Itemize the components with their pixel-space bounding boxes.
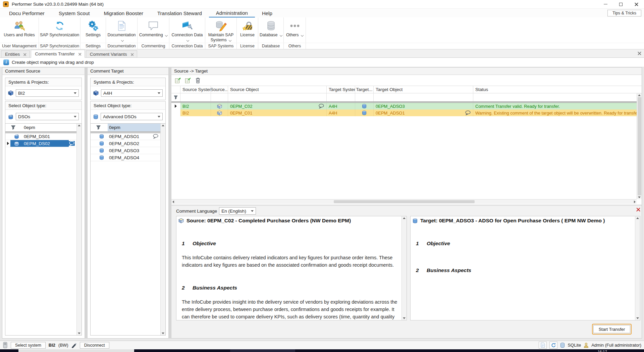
grid-vertical-scrollbar[interactable] bbox=[637, 93, 642, 199]
ribbon-users-roles[interactable]: Users and Roles bbox=[0, 17, 39, 43]
col-source-object[interactable]: Source Object bbox=[228, 86, 327, 93]
menu-help[interactable]: Help bbox=[255, 9, 279, 17]
source-system-combo[interactable]: BI2 bbox=[16, 89, 79, 97]
scroll-down-icon[interactable] bbox=[78, 333, 80, 334]
ribbon-others[interactable]: Others bbox=[284, 17, 306, 43]
tab-entities[interactable]: Entities bbox=[1, 50, 30, 57]
connected-system-type: (BW) bbox=[58, 343, 68, 348]
comment-target-header: Comment Target bbox=[88, 68, 168, 75]
ribbon-license[interactable]: License bbox=[237, 17, 258, 43]
scroll-up-icon[interactable] bbox=[636, 217, 639, 219]
tips-tricks-button[interactable]: Tips & Tricks bbox=[607, 10, 641, 16]
scroll-up-icon[interactable] bbox=[638, 94, 641, 96]
mapping-toolbar bbox=[171, 75, 642, 86]
tabstrip-close-icon[interactable] bbox=[638, 51, 641, 55]
source-filter-value[interactable]: 0epm bbox=[22, 124, 82, 131]
col-target-object[interactable]: Target Object bbox=[374, 86, 473, 93]
export-mapping-button[interactable] bbox=[174, 77, 181, 84]
maximize-button[interactable] bbox=[613, 0, 629, 8]
scroll-left-icon[interactable] bbox=[172, 201, 174, 203]
tab-close-icon[interactable] bbox=[23, 53, 25, 55]
import-mapping-button[interactable] bbox=[184, 77, 191, 84]
menu-system-scout[interactable]: System Scout bbox=[52, 9, 97, 17]
close-preview-icon[interactable] bbox=[636, 207, 640, 212]
ribbon-database[interactable]: Database bbox=[258, 17, 283, 43]
group-settings: Settings bbox=[80, 43, 106, 49]
col-source-system[interactable]: Source System bbox=[180, 86, 211, 93]
col-source-type[interactable]: Source... bbox=[211, 86, 228, 93]
ribbon-settings[interactable]: Settings bbox=[80, 17, 106, 43]
target-comment-document[interactable]: 1 Objective 2 Business Aspects bbox=[411, 240, 640, 273]
adso-icon bbox=[99, 155, 104, 160]
scroll-down-icon[interactable] bbox=[162, 333, 164, 334]
refresh-button[interactable] bbox=[549, 342, 557, 349]
target-list-filter-row[interactable]: 0epm bbox=[91, 124, 165, 132]
mapping-row-warning[interactable]: BI2 0EPM_C01 A4H 0EPM_ADSO1 bbox=[171, 109, 642, 116]
source-list-filter-row[interactable]: 0epm bbox=[5, 124, 82, 132]
menu-translation-steward[interactable]: Translation Steward bbox=[150, 9, 209, 17]
close-button[interactable] bbox=[629, 0, 644, 8]
comment-language-combo[interactable]: En (English) bbox=[219, 207, 256, 215]
col-target-system[interactable]: Target System bbox=[327, 86, 355, 93]
scroll-up-icon[interactable] bbox=[162, 125, 164, 126]
splitter[interactable] bbox=[169, 67, 171, 339]
grid-horizontal-scrollbar[interactable] bbox=[171, 199, 637, 204]
adso-icon bbox=[413, 218, 418, 223]
delete-mapping-button[interactable] bbox=[195, 77, 201, 84]
source-comment-document[interactable]: 1 Objective This InfoCube contains deliv… bbox=[176, 240, 407, 328]
ribbon-maintain-sap-systems[interactable]: Maintain SAP Systems bbox=[205, 17, 236, 43]
mapping-row-valid[interactable]: BI2 0EPM_C02 A4H bbox=[171, 103, 642, 109]
menu-docu-performer[interactable]: Docu Performer bbox=[2, 9, 52, 17]
tab-comments-transfer[interactable]: Comments Transfer bbox=[31, 50, 85, 58]
target-system-combo[interactable]: A4H bbox=[101, 89, 163, 97]
list-item[interactable]: 0EPM_ADSO4 bbox=[91, 154, 165, 161]
disconnect-button[interactable]: Disconnect bbox=[80, 342, 109, 349]
ribbon-commenting[interactable]: Commenting bbox=[138, 17, 169, 43]
list-item-selected[interactable]: 0EPM_DS02 bbox=[5, 140, 82, 147]
dso-icon bbox=[14, 134, 19, 139]
list-item[interactable]: 0EPM_ADSO2 bbox=[91, 140, 165, 147]
splitter[interactable] bbox=[85, 67, 87, 339]
tab-close-icon[interactable] bbox=[130, 53, 132, 55]
ribbon-documentation[interactable]: Documentation bbox=[106, 17, 137, 43]
start-transfer-button[interactable]: Start Transfer bbox=[593, 325, 630, 333]
source-doc-scrollbar[interactable] bbox=[401, 216, 407, 320]
list-item[interactable]: 0EPM_ADSO3 bbox=[91, 147, 165, 154]
col-status[interactable]: Status bbox=[473, 86, 642, 93]
scroll-down-icon[interactable] bbox=[636, 317, 639, 319]
source-systems-groupbox: Systems & Projects: BI2 bbox=[5, 78, 82, 100]
grid-filter-row[interactable] bbox=[171, 93, 642, 101]
list-item[interactable]: 0EPM_DS01 bbox=[5, 133, 82, 140]
menu-migration-booster[interactable]: Migration Booster bbox=[97, 9, 150, 17]
scroll-up-icon[interactable] bbox=[78, 125, 80, 126]
select-system-button[interactable]: Select system bbox=[11, 342, 46, 349]
scroll-up-icon[interactable] bbox=[403, 217, 406, 219]
dropdown-arrow-icon bbox=[74, 116, 76, 118]
pen-icon[interactable] bbox=[71, 343, 77, 348]
ribbon-connection-data[interactable]: Connection Data bbox=[169, 17, 205, 43]
log-button[interactable] bbox=[539, 342, 547, 349]
group-sap-synchronization: SAP Synchronization bbox=[39, 43, 80, 49]
tab-close-icon[interactable] bbox=[78, 53, 80, 55]
scrollbar-thumb[interactable] bbox=[638, 97, 641, 195]
target-comment-pane: Target: 0EPM_ADSO3 - ADSO for Open Purch… bbox=[410, 216, 640, 320]
scroll-right-icon[interactable] bbox=[634, 201, 636, 203]
scrollbar-thumb[interactable] bbox=[334, 200, 475, 203]
minimize-button[interactable] bbox=[598, 0, 613, 8]
ribbon-sap-synchronization[interactable]: SAP Synchronization bbox=[39, 17, 80, 43]
target-list-scrollbar[interactable] bbox=[160, 124, 165, 335]
menu-administration[interactable]: Administration bbox=[209, 9, 255, 17]
source-list-scrollbar[interactable] bbox=[76, 124, 82, 335]
target-doc-scrollbar[interactable] bbox=[635, 216, 640, 320]
dropdown-arrow-icon bbox=[158, 92, 160, 94]
scroll-down-icon[interactable] bbox=[403, 317, 406, 319]
target-filter-value[interactable]: 0epm bbox=[108, 124, 165, 131]
tab-comment-variants[interactable]: Comment Variants bbox=[86, 50, 137, 57]
col-target-type[interactable]: Target... bbox=[355, 86, 374, 93]
source-objecttype-combo[interactable]: DSOs bbox=[16, 113, 79, 120]
info-bar: i Create object mapping via drag and dro… bbox=[0, 58, 644, 67]
scroll-down-icon[interactable] bbox=[638, 196, 641, 198]
taskbar-segment bbox=[18, 349, 134, 352]
target-objecttype-combo[interactable]: Advanced DSOs bbox=[101, 113, 163, 120]
list-item[interactable]: 0EPM_ADSO1 bbox=[91, 133, 165, 140]
